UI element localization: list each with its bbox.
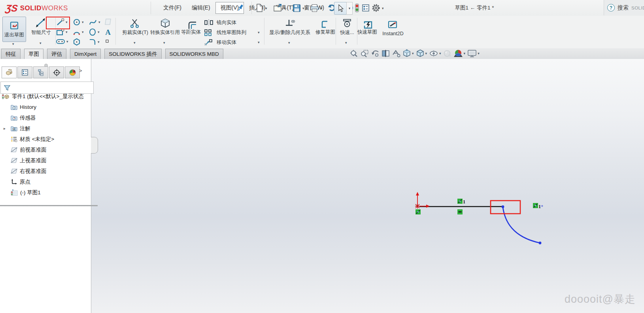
tab-dimxpert[interactable]: DimXpert	[70, 49, 101, 59]
tree-item-annotations[interactable]: ▸ A 注解	[0, 123, 91, 134]
tree-item-origin[interactable]: 原点	[0, 176, 91, 187]
save-dropdown-icon[interactable]: ▾	[302, 6, 304, 10]
instant2d-label[interactable]: Instant2D	[379, 30, 407, 37]
hide-show-items-icon[interactable]: ▾	[429, 49, 441, 57]
tab-displaymanager[interactable]	[65, 66, 80, 78]
spline-endpoint[interactable]	[539, 242, 542, 245]
smart-dimension-label[interactable]: 智能尺寸	[28, 29, 55, 36]
new-document-icon[interactable]	[254, 3, 264, 13]
quick-snaps-label[interactable]: 快速...	[338, 29, 357, 36]
convert-entities-dropdown-icon[interactable]: ▾	[163, 41, 165, 45]
tab-propertymanager[interactable]	[17, 66, 32, 78]
apply-scene-icon[interactable]: ▾	[453, 49, 466, 58]
new-document-dropdown-icon[interactable]: ▾	[265, 6, 267, 10]
arc-dropdown-icon[interactable]: ▾	[82, 30, 84, 34]
options-gear-dropdown-icon[interactable]: ▾	[382, 6, 384, 10]
rectangle-dropdown-icon[interactable]: ▾	[66, 30, 68, 34]
open-document-dropdown-icon[interactable]: ▾	[284, 6, 286, 10]
tab-solidworks-addins[interactable]: SOLIDWORKS 插件	[104, 49, 161, 59]
relation-badge-entity-mid[interactable]	[457, 199, 463, 204]
instant2d-icon[interactable]	[387, 20, 398, 30]
zoom-to-area-icon[interactable]	[360, 49, 369, 58]
linear-pattern-dropdown-icon[interactable]: ▾	[258, 30, 260, 34]
slot-dropdown-icon[interactable]: ▾	[66, 40, 68, 44]
view-annotations-icon[interactable]	[392, 49, 400, 57]
manager-tabs-more-icon[interactable]: >	[79, 68, 82, 74]
circle-tool-button[interactable]: ▾	[73, 18, 84, 26]
point-tool-button[interactable]	[105, 39, 109, 43]
tab-featuremanager[interactable]	[2, 66, 17, 78]
menu-edit[interactable]: 编辑(E)	[187, 2, 215, 14]
spline-dropdown-icon[interactable]: ▾	[98, 21, 100, 24]
view-settings-dropdown-icon[interactable]: ▾	[478, 52, 480, 55]
exit-sketch-dropdown-icon[interactable]: ▾	[12, 42, 14, 46]
tree-item-top-plane[interactable]: 上视基准面	[0, 155, 91, 166]
relation-badge-entity-right[interactable]	[533, 203, 538, 208]
view-settings-icon[interactable]: ▾	[467, 49, 480, 57]
fillet-tool-button[interactable]: ▾	[89, 38, 100, 46]
relation-badge-horizontal[interactable]	[457, 209, 463, 214]
relation-badge-coincident-origin[interactable]	[415, 209, 421, 214]
pin-menu-icon[interactable]	[236, 4, 244, 12]
smart-dimension-icon[interactable]	[35, 18, 47, 28]
repair-sketch-icon[interactable]	[320, 20, 330, 29]
zoom-fit-icon[interactable]	[350, 49, 358, 58]
select-tool-button[interactable]	[334, 2, 347, 15]
tab-evaluate[interactable]: 评估	[47, 49, 66, 59]
panel-flyout-handle[interactable]	[91, 137, 98, 154]
tab-solidworks-mbd[interactable]: SOLIDWORKS MBD	[165, 49, 223, 59]
search-box[interactable]: ? 搜索 SOLID	[604, 0, 644, 15]
print-icon[interactable]	[309, 3, 319, 13]
ellipse-dropdown-icon[interactable]: ▾	[98, 30, 100, 34]
edit-appearance-icon[interactable]	[443, 49, 451, 58]
options-gear-icon[interactable]	[371, 3, 381, 13]
mirror-entities-button[interactable]: 镜向实体	[204, 19, 236, 26]
save-icon[interactable]	[291, 3, 302, 13]
offset-entities-label[interactable]: 等距实体	[181, 28, 201, 36]
sketch-origin[interactable]	[415, 192, 430, 209]
linear-pattern-button[interactable]: 线性草图阵列	[204, 29, 246, 36]
smart-dimension-dropdown-icon[interactable]: ▾	[40, 41, 42, 45]
repair-sketch-label[interactable]: 修复草图	[314, 28, 337, 36]
quick-snaps-dropdown-icon[interactable]: ▾	[345, 41, 347, 45]
hide-show-items-dropdown-icon[interactable]: ▾	[439, 52, 441, 55]
display-style-icon[interactable]: ▾	[416, 49, 427, 58]
convert-entities-label[interactable]: 转换实体引用	[146, 29, 184, 36]
help-icon[interactable]: ?	[607, 4, 615, 11]
exit-sketch-button[interactable]: 退出草图	[2, 17, 26, 42]
print-dropdown-icon[interactable]: ▾	[321, 6, 323, 10]
ellipse-tool-button[interactable]: ▾	[89, 28, 100, 36]
tab-dimxpertmanager[interactable]	[49, 66, 64, 78]
rectangle-tool-button[interactable]: ▾	[56, 28, 68, 36]
sketch-plane-tool-button[interactable]	[104, 17, 112, 26]
tree-item-front-plane[interactable]: 前视基准面	[0, 144, 91, 155]
rapid-sketch-label[interactable]: 快速草图	[355, 28, 380, 36]
move-entities-button[interactable]: 移动实体	[204, 39, 236, 46]
quick-snaps-icon[interactable]	[342, 19, 352, 28]
tab-configurationmanager[interactable]	[33, 66, 48, 78]
view-orientation-dropdown-icon[interactable]: ▾	[412, 52, 414, 55]
spline-tool-button[interactable]: ▾	[89, 18, 100, 26]
expand-icon[interactable]: ▸	[4, 126, 6, 131]
tab-features[interactable]: 特征	[1, 49, 21, 59]
display-delete-relations-dropdown-icon[interactable]: ▾	[288, 41, 290, 45]
tree-root-part[interactable]: 零件1 (默认<<默认>_显示状态	[0, 91, 91, 102]
display-delete-relations-label[interactable]: 显示/删除几何关系	[266, 29, 314, 36]
sketch-endpoint[interactable]	[502, 205, 504, 208]
trim-entities-icon[interactable]	[130, 19, 140, 28]
view-orientation-icon[interactable]: ▾	[402, 49, 414, 58]
menu-file[interactable]: 文件(F)	[158, 2, 187, 14]
sketch-spline[interactable]	[503, 207, 540, 243]
move-entities-dropdown-icon[interactable]: ▾	[258, 40, 260, 44]
convert-entities-icon[interactable]	[160, 18, 171, 28]
arc-tool-button[interactable]: ▾	[73, 28, 84, 36]
open-document-icon[interactable]	[273, 3, 283, 13]
options-list-icon[interactable]	[361, 3, 371, 13]
circle-dropdown-icon[interactable]: ▾	[82, 21, 84, 24]
display-delete-relations-icon[interactable]	[285, 19, 296, 28]
section-view-icon[interactable]	[381, 49, 390, 57]
polygon-tool-button[interactable]	[73, 38, 81, 46]
tree-item-sensors[interactable]: 传感器	[0, 112, 91, 123]
text-tool-button[interactable]: A	[104, 28, 112, 36]
trim-entities-dropdown-icon[interactable]: ▾	[134, 41, 136, 45]
